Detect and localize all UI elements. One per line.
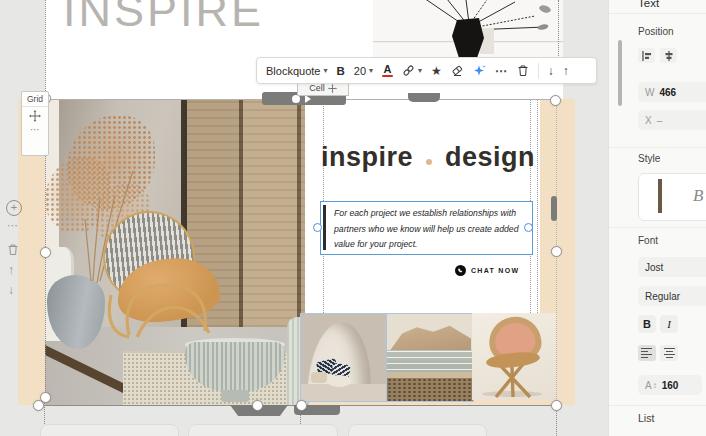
bold-toggle[interactable]: B — [638, 315, 656, 333]
align-center-button[interactable] — [660, 48, 677, 63]
font-family-value: Jost — [645, 262, 663, 273]
v-arrows-icon: ↕ — [653, 381, 657, 390]
selection-handle[interactable] — [40, 247, 51, 258]
text-toolbar: Blockquote ▾ B 20 ▾ A ▾ ★ — [256, 57, 597, 84]
font-family-dropdown[interactable]: Jost — [638, 257, 706, 277]
object-align-group — [638, 48, 677, 63]
move-layer-down-button[interactable]: ↓ — [8, 283, 14, 297]
selection-handle[interactable] — [252, 400, 263, 411]
grid-label[interactable]: Grid — [22, 92, 48, 107]
text-color-letter: A — [384, 64, 392, 74]
bold-button[interactable]: B — [336, 65, 344, 77]
text-color-swatch — [382, 75, 393, 78]
inspector-title: Text — [638, 0, 659, 9]
move-up-button[interactable]: ↑ — [563, 64, 569, 78]
move-icon[interactable] — [29, 110, 41, 122]
font-size-dropdown[interactable]: 20 ▾ — [354, 65, 373, 77]
grid-right-tab[interactable] — [551, 196, 557, 221]
grid-handle-panel[interactable]: Grid ⋯ — [21, 91, 49, 156]
italic-toggle[interactable]: I — [660, 315, 678, 333]
position-section-label: Position — [638, 26, 674, 37]
style-preview-rule — [658, 179, 662, 213]
font-size-field[interactable]: A ↕ 160 — [638, 375, 702, 395]
toolbar-divider — [538, 63, 539, 79]
align-left-icon — [641, 50, 653, 62]
paragraph-style-dropdown[interactable]: Blockquote ▾ — [266, 65, 327, 77]
sidebar-scrollbar[interactable] — [618, 40, 622, 106]
width-field[interactable]: W 466 — [638, 82, 706, 102]
inspector-sidebar: Text Position W 466 — [608, 0, 706, 436]
ellipsis-icon: ⋯ — [495, 64, 508, 78]
selection-handle[interactable] — [551, 400, 562, 411]
font-size-value: 20 — [354, 65, 366, 77]
alcove-sheepskin — [327, 375, 351, 387]
blockquote-text[interactable]: For each project we establish relationsh… — [334, 206, 526, 253]
hero-title-text[interactable]: INSPIRE — [63, 0, 264, 37]
vase-photo[interactable] — [373, 0, 563, 62]
more-options-button[interactable]: ⋯ — [495, 64, 508, 78]
workspace-more-button[interactable]: ⋯ — [7, 219, 18, 232]
arrow-down-icon: ↓ — [8, 283, 14, 297]
divider — [609, 227, 706, 228]
divider — [609, 405, 706, 406]
cell-top-tab[interactable] — [408, 93, 440, 102]
plus-icon: + — [11, 201, 17, 213]
text-color-button[interactable]: A — [382, 64, 393, 78]
delete-button[interactable] — [517, 64, 529, 77]
next-section-cell[interactable] — [348, 424, 487, 436]
ai-assist-button[interactable] — [473, 64, 486, 77]
link-dropdown[interactable]: ▾ — [402, 64, 422, 77]
selection-handle[interactable] — [296, 400, 307, 411]
clear-format-button[interactable] — [451, 64, 464, 77]
list-section-label: List — [638, 412, 654, 424]
alcove-photo[interactable] — [300, 313, 388, 402]
beach-mountain — [389, 324, 471, 352]
divider — [609, 13, 706, 14]
selection-handle[interactable] — [551, 246, 562, 257]
move-down-button[interactable]: ↓ — [548, 64, 554, 78]
x-value: – — [657, 115, 663, 126]
alcove-pillow — [311, 372, 327, 383]
x-position-field[interactable]: X – — [638, 110, 706, 130]
chat-now-label: CHAT NOW — [471, 267, 519, 274]
next-section-cell[interactable] — [40, 424, 179, 436]
selected-text-block[interactable]: For each project we establish relationsh… — [320, 201, 533, 255]
text-resize-handle-right[interactable] — [524, 223, 533, 232]
arrow-up-icon: ↑ — [8, 263, 14, 277]
font-weight-value: Regular — [645, 291, 680, 302]
text-align-center-button[interactable] — [660, 345, 678, 361]
beach-photo[interactable] — [386, 313, 474, 402]
width-label: W — [645, 87, 654, 98]
grid-cell[interactable]: inspire design For each project we estab… — [305, 99, 540, 313]
favorite-style-button[interactable]: ★ — [431, 65, 442, 77]
next-section-cell[interactable] — [188, 424, 338, 436]
cell-heading[interactable]: inspire design — [321, 142, 535, 173]
arrow-down-icon: ↓ — [548, 64, 554, 78]
alcove-floor — [301, 384, 387, 401]
trash-icon — [7, 243, 19, 256]
chair-photo[interactable] — [472, 313, 557, 400]
cell-label: Cell — [309, 83, 325, 93]
add-widget-button[interactable]: + — [6, 200, 22, 216]
divider — [609, 147, 706, 148]
selection-handle[interactable] — [550, 95, 561, 106]
chevron-down-icon: ▾ — [418, 66, 422, 75]
font-weight-dropdown[interactable]: Regular — [638, 286, 706, 306]
style-preview-glyph: B — [693, 186, 703, 206]
text-style-preview[interactable]: B — [638, 173, 706, 221]
move-layer-up-button[interactable]: ↑ — [8, 263, 14, 277]
arrow-up-icon: ↑ — [563, 64, 569, 78]
link-icon — [402, 64, 415, 77]
width-value: 466 — [659, 87, 676, 98]
grid-more-icon[interactable]: ⋯ — [30, 125, 40, 135]
workspace-delete-button[interactable] — [7, 242, 19, 260]
ellipsis-icon: ⋯ — [7, 219, 18, 231]
text-align-left-button[interactable] — [638, 345, 656, 361]
font-style-group: B I — [638, 315, 678, 333]
text-resize-handle-left[interactable] — [313, 223, 322, 232]
align-left-button[interactable] — [638, 48, 655, 63]
cell-edge-line — [537, 99, 538, 313]
chat-now-button[interactable]: CHAT NOW — [455, 265, 519, 276]
selection-handle[interactable] — [33, 400, 44, 411]
interior-photo[interactable] — [45, 99, 310, 405]
